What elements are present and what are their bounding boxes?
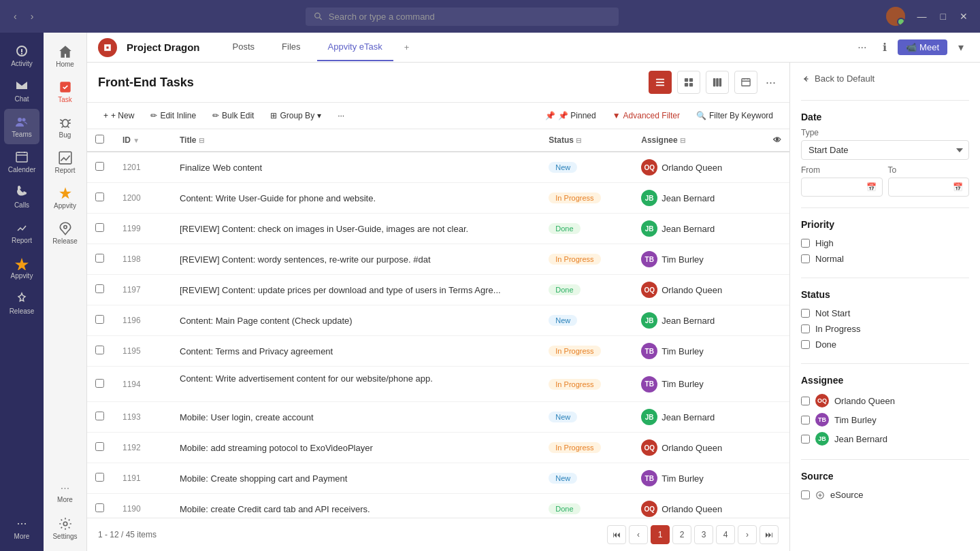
table-row[interactable]: 1192 Mobile: add streaming potocol to Ex…	[87, 433, 789, 463]
view-card-button[interactable]	[677, 71, 700, 94]
priority-normal-item[interactable]: Normal	[801, 251, 969, 267]
row-checkbox-cell[interactable]	[87, 367, 114, 402]
minimize-button[interactable]: —	[913, 10, 931, 23]
last-page-button[interactable]: ⏭	[760, 525, 779, 544]
date-type-select[interactable]: Start Date	[801, 140, 969, 160]
user-avatar[interactable]	[886, 7, 905, 26]
tabbar-info-button[interactable]: ℹ	[877, 38, 892, 56]
meet-button[interactable]: 📹 Meet	[898, 39, 947, 55]
status-notstart-checkbox[interactable]	[801, 309, 810, 318]
pinned-button[interactable]: 📌 📌 Pinned	[540, 108, 602, 123]
inner-sidebar-task[interactable]: Task	[48, 73, 83, 109]
sidebar-item-report[interactable]: Report	[4, 215, 39, 250]
table-row[interactable]: 1199 [REVIEW] Content: check on images i…	[87, 214, 789, 244]
row-checkbox-cell[interactable]	[87, 463, 114, 494]
next-page-button[interactable]: ›	[738, 525, 757, 544]
row-checkbox[interactable]	[95, 162, 104, 171]
sidebar-item-teams[interactable]: Teams	[4, 109, 39, 144]
status-inprogress-item[interactable]: In Progress	[801, 321, 969, 337]
inner-sidebar-home[interactable]: Home	[48, 38, 83, 73]
table-row[interactable]: 1194 Content: Write advertisement conten…	[87, 367, 789, 402]
inner-sidebar-appvity[interactable]: Appvity	[48, 180, 83, 215]
inner-sidebar-release[interactable]: Release	[48, 215, 83, 250]
sidebar-item-appvity[interactable]: Appvity	[4, 250, 39, 286]
inner-sidebar-bug[interactable]: Bug	[48, 109, 83, 144]
table-row[interactable]: 1190 Mobile: create Credit card tab and …	[87, 494, 789, 518]
row-checkbox[interactable]	[95, 193, 104, 201]
row-checkbox[interactable]	[95, 346, 104, 354]
row-checkbox-cell[interactable]	[87, 336, 114, 367]
row-more-button[interactable]: ···	[180, 384, 188, 395]
row-checkbox-cell[interactable]	[87, 402, 114, 433]
bulk-edit-button[interactable]: ✏ Bulk Edit	[207, 108, 259, 123]
select-all-header[interactable]	[87, 129, 114, 152]
row-checkbox-cell[interactable]	[87, 152, 114, 183]
row-checkbox-cell[interactable]	[87, 183, 114, 214]
table-row[interactable]: 1196 Content: Main Page content (Check u…	[87, 305, 789, 336]
page-3-button[interactable]: 3	[694, 525, 713, 544]
calendar-to-icon[interactable]: 📅	[953, 182, 963, 192]
table-row[interactable]: 1193 Mobile: User login, create account …	[87, 402, 789, 433]
row-checkbox-cell[interactable]	[87, 433, 114, 463]
page-4-button[interactable]: 4	[716, 525, 735, 544]
more-actions-button[interactable]: ···	[332, 108, 350, 123]
row-checkbox[interactable]	[95, 503, 104, 512]
new-button[interactable]: + + New	[98, 108, 140, 123]
row-checkbox-cell[interactable]	[87, 214, 114, 244]
assignee-tim-checkbox[interactable]	[801, 416, 810, 424]
group-by-button[interactable]: ⊞ Group By ▾	[265, 108, 327, 123]
priority-high-item[interactable]: High	[801, 235, 969, 251]
date-from-input[interactable]: 📅	[801, 178, 883, 197]
view-list-button[interactable]	[649, 71, 672, 94]
date-to-input[interactable]: 📅	[888, 178, 970, 197]
sidebar-item-release[interactable]: Release	[4, 286, 39, 321]
priority-normal-checkbox[interactable]	[801, 254, 810, 263]
page-1-button[interactable]: 1	[651, 525, 670, 544]
view-calendar-button[interactable]	[734, 71, 757, 94]
table-row[interactable]: 1195 Content: Terms and Privacy agreemen…	[87, 336, 789, 367]
nav-forward-button[interactable]: ›	[25, 8, 39, 24]
toolbar-more-button[interactable]: ···	[763, 73, 779, 93]
table-row[interactable]: 1191 Mobile: Create shopping cart and Pa…	[87, 463, 789, 494]
inner-sidebar-report[interactable]: Report	[48, 144, 83, 180]
source-esource-checkbox[interactable]	[801, 490, 810, 499]
prev-page-button[interactable]: ‹	[629, 525, 648, 544]
sidebar-item-activity[interactable]: Activity	[4, 38, 39, 73]
inner-sidebar-settings[interactable]: Settings	[48, 510, 83, 546]
edit-inline-button[interactable]: ✏ Edit Inline	[145, 108, 201, 123]
row-checkbox[interactable]	[95, 442, 104, 451]
row-checkbox[interactable]	[95, 412, 104, 420]
filter-keyword-button[interactable]: 🔍 Filter By Keyword	[691, 108, 779, 123]
table-row[interactable]: 1201 Finalize Web content New OQ Orlando…	[87, 152, 789, 183]
row-checkbox[interactable]	[95, 254, 104, 263]
status-done-checkbox[interactable]	[801, 340, 810, 349]
titlebar-search-bar[interactable]	[306, 7, 619, 26]
assignee-jean-checkbox[interactable]	[801, 435, 810, 444]
select-all-checkbox[interactable]	[95, 135, 104, 144]
visibility-header[interactable]: 👁	[765, 129, 789, 152]
row-checkbox[interactable]	[95, 379, 104, 388]
advanced-filter-button[interactable]: ▼ Advanced Filter	[607, 108, 685, 123]
row-checkbox[interactable]	[95, 284, 104, 293]
inner-sidebar-more[interactable]: ··· More	[48, 475, 83, 510]
sidebar-item-more[interactable]: ··· More	[4, 510, 39, 546]
table-row[interactable]: 1200 Content: Write User-Guide for phone…	[87, 183, 789, 214]
status-inprogress-checkbox[interactable]	[801, 324, 810, 333]
assignee-jean-item[interactable]: JB Jean Bernard	[801, 429, 969, 448]
assignee-tim-item[interactable]: TB Tim Burley	[801, 410, 969, 429]
assignee-orlando-checkbox[interactable]	[801, 397, 810, 405]
table-row[interactable]: 1198 [REVIEW] Content: wordy sentences, …	[87, 244, 789, 275]
row-checkbox[interactable]	[95, 223, 104, 232]
nav-back-button[interactable]: ‹	[8, 8, 22, 24]
row-checkbox-cell[interactable]	[87, 275, 114, 305]
sidebar-item-calendar[interactable]: Calender	[4, 144, 39, 180]
row-checkbox-cell[interactable]	[87, 305, 114, 336]
table-row[interactable]: 1197 [REVIEW] Content: update prices per…	[87, 275, 789, 305]
search-input[interactable]	[329, 12, 611, 22]
tab-add-button[interactable]: +	[399, 37, 415, 58]
first-page-button[interactable]: ⏮	[607, 525, 626, 544]
assignee-orlando-item[interactable]: OQ Orlando Queen	[801, 391, 969, 410]
row-checkbox[interactable]	[95, 473, 104, 482]
status-notstart-item[interactable]: Not Start	[801, 305, 969, 321]
priority-high-checkbox[interactable]	[801, 239, 810, 248]
